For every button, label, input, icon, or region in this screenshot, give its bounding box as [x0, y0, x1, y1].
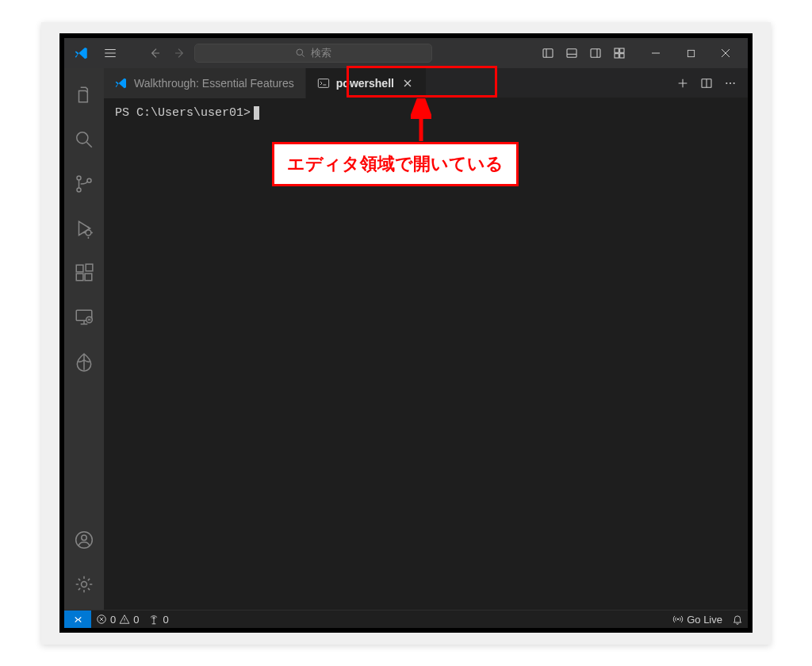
svg-rect-3: [591, 49, 600, 58]
svg-point-9: [77, 132, 88, 144]
extensions-icon[interactable]: [65, 254, 103, 292]
svg-rect-7: [620, 54, 624, 58]
activity-bar: [64, 68, 104, 610]
customize-layout-icon[interactable]: [608, 42, 630, 64]
command-center-search[interactable]: 検索: [194, 44, 432, 63]
toggle-primary-side-bar-icon[interactable]: [537, 42, 559, 64]
svg-point-22: [82, 582, 87, 588]
tab-walkthrough-label: Walkthrough: Essential Features: [134, 77, 294, 90]
svg-point-13: [86, 230, 91, 235]
annotation-arrow-icon: [411, 98, 431, 144]
close-window-button[interactable]: [708, 38, 743, 68]
svg-point-31: [677, 618, 679, 620]
go-live-button[interactable]: Go Live: [668, 610, 727, 628]
warning-count: 0: [133, 614, 139, 626]
bell-icon: [732, 614, 743, 625]
svg-point-25: [726, 82, 727, 83]
svg-point-26: [730, 82, 731, 83]
svg-point-30: [154, 618, 155, 619]
svg-rect-23: [318, 78, 328, 87]
svg-rect-4: [615, 48, 619, 52]
new-file-button[interactable]: [673, 74, 692, 93]
svg-rect-1: [543, 49, 553, 58]
svg-point-12: [87, 178, 91, 182]
search-sidebar-icon[interactable]: [65, 121, 103, 159]
svg-point-0: [297, 49, 303, 56]
svg-rect-15: [76, 274, 83, 281]
editor-group: Walkthrough: Essential Features powershe…: [104, 68, 748, 610]
radio-tower-icon: [148, 614, 159, 625]
error-count: 0: [110, 614, 116, 626]
settings-gear-icon[interactable]: [65, 565, 103, 603]
go-live-label: Go Live: [687, 614, 722, 626]
notifications-button[interactable]: [727, 610, 748, 628]
nav-back-button[interactable]: [144, 42, 166, 64]
annotation-highlight-box: [347, 66, 497, 98]
search-placeholder: 検索: [311, 46, 331, 60]
ports-button[interactable]: 0: [144, 610, 173, 628]
terminal-cursor: [254, 106, 259, 120]
maximize-button[interactable]: [673, 38, 708, 68]
terminal-editor[interactable]: PS C:\Users\user01> エデ: [104, 98, 748, 610]
minimize-button[interactable]: [638, 38, 673, 68]
svg-rect-2: [567, 49, 576, 58]
status-bar: 0 0 0 Go Live: [64, 610, 748, 628]
svg-point-27: [733, 82, 735, 83]
vscode-icon: [115, 77, 128, 90]
svg-point-11: [77, 188, 81, 192]
run-debug-icon[interactable]: [65, 209, 103, 247]
tab-walkthrough[interactable]: Walkthrough: Essential Features: [104, 68, 306, 98]
search-icon: [295, 48, 306, 59]
vscode-logo-icon: [72, 44, 91, 63]
error-icon: [96, 614, 107, 625]
explorer-icon[interactable]: [65, 76, 103, 114]
svg-rect-8: [688, 50, 694, 56]
svg-rect-16: [85, 274, 92, 281]
svg-rect-6: [615, 54, 619, 58]
problems-button[interactable]: 0 0: [91, 610, 144, 628]
more-actions-button[interactable]: [721, 74, 740, 93]
terminal-prompt: PS C:\Users\user01>: [115, 106, 251, 120]
menu-button[interactable]: [99, 42, 121, 64]
vscode-window: 検索: [59, 33, 753, 633]
terminal-icon: [317, 77, 330, 90]
svg-point-10: [77, 176, 81, 180]
split-editor-button[interactable]: [697, 74, 716, 93]
svg-rect-5: [620, 48, 624, 52]
port-count: 0: [163, 614, 168, 626]
titlebar: 検索: [64, 38, 748, 68]
toggle-panel-icon[interactable]: [561, 42, 583, 64]
svg-rect-17: [86, 264, 93, 271]
warning-icon: [119, 614, 130, 625]
toggle-secondary-side-bar-icon[interactable]: [584, 42, 607, 64]
nav-forward-button[interactable]: [169, 42, 191, 64]
workbench-body: Walkthrough: Essential Features powershe…: [64, 68, 748, 610]
svg-point-21: [82, 535, 87, 541]
broadcast-icon: [672, 614, 684, 625]
annotation-text: エディタ領域で開いている: [287, 155, 504, 175]
source-control-icon[interactable]: [65, 165, 103, 203]
svg-rect-14: [76, 265, 83, 272]
testing-icon[interactable]: [65, 343, 103, 381]
remote-explorer-icon[interactable]: [65, 298, 103, 336]
accounts-icon[interactable]: [65, 521, 103, 559]
annotation-callout: エディタ領域で開いている: [272, 142, 519, 186]
remote-button[interactable]: [64, 610, 91, 628]
